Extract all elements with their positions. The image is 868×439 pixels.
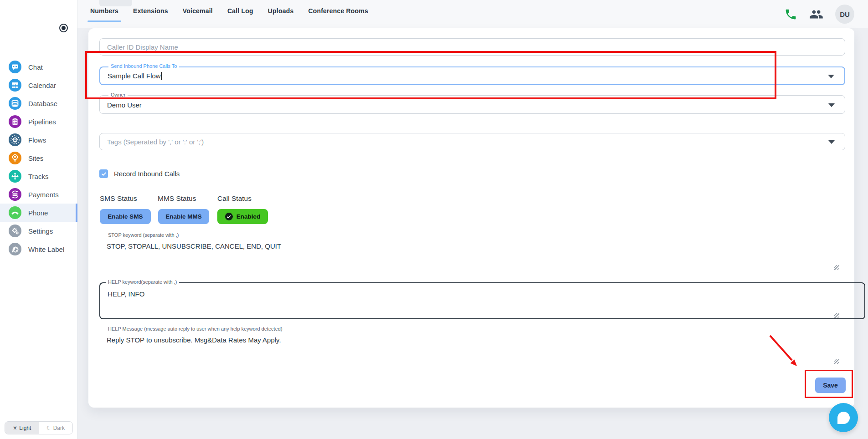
call-status-enabled-button[interactable]: Enabled bbox=[217, 209, 268, 224]
settings-icon bbox=[9, 225, 21, 237]
payments-icon bbox=[9, 188, 21, 201]
tab-uploads[interactable]: Uploads bbox=[268, 7, 294, 25]
white-label-icon bbox=[9, 243, 21, 255]
sidebar-item-phone[interactable]: Phone bbox=[0, 204, 77, 222]
send-inbound-value: Sample Call Flow bbox=[108, 72, 161, 80]
people-icon[interactable] bbox=[809, 7, 823, 21]
sidebar-item-tracks[interactable]: Tracks bbox=[0, 167, 77, 185]
sms-status-label: SMS Status bbox=[100, 194, 137, 203]
sidebar-item-database[interactable]: Database bbox=[0, 94, 77, 112]
help-keyword-textarea[interactable]: HELP, INFO bbox=[99, 282, 865, 319]
call-icon[interactable] bbox=[784, 8, 797, 21]
phone-icon bbox=[9, 206, 21, 219]
tab-call-log[interactable]: Call Log bbox=[227, 7, 253, 25]
caller-id-input[interactable] bbox=[100, 39, 845, 55]
theme-dark-button[interactable]: ☾ Dark bbox=[39, 422, 72, 434]
sidebar-item-label: Database bbox=[28, 100, 57, 107]
text-cursor bbox=[161, 72, 162, 80]
owner-select[interactable]: Demo User bbox=[99, 95, 845, 114]
resize-handle[interactable] bbox=[834, 313, 839, 318]
sidebar-collapse-icon[interactable] bbox=[59, 24, 68, 32]
pipelines-icon bbox=[9, 115, 21, 128]
sidebar-item-payments[interactable]: Payments bbox=[0, 185, 77, 204]
chevron-down-icon[interactable] bbox=[828, 140, 835, 144]
record-inbound-checkbox[interactable] bbox=[99, 169, 108, 178]
resize-handle[interactable] bbox=[834, 265, 839, 270]
chevron-down-icon[interactable] bbox=[828, 75, 834, 78]
sun-icon: ☀ bbox=[13, 425, 18, 431]
tab-conference-rooms[interactable]: Conference Rooms bbox=[308, 7, 368, 25]
enabled-label: Enabled bbox=[236, 213, 261, 220]
sidebar-item-label: Tracks bbox=[28, 173, 48, 180]
sidebar-item-label: White Label bbox=[28, 245, 64, 253]
theme-light-label: Light bbox=[19, 425, 31, 431]
enable-mms-button[interactable]: Enable MMS bbox=[158, 209, 209, 224]
sidebar-item-label: Pipelines bbox=[28, 118, 56, 126]
user-avatar[interactable]: DU bbox=[835, 5, 854, 24]
caller-id-field bbox=[99, 38, 845, 56]
tab-bar: Numbers Extensions Voicemail Call Log Up… bbox=[90, 7, 368, 25]
send-inbound-label: Send Inbound Phone Calls To bbox=[108, 63, 179, 69]
sidebar-nav: Chat Calendar Database Pipelines Flows S bbox=[0, 58, 77, 258]
save-button[interactable]: Save bbox=[815, 378, 846, 393]
tab-numbers[interactable]: Numbers bbox=[90, 7, 118, 25]
help-message-textarea[interactable]: Reply STOP to unsubscribe. Msg&Data Rate… bbox=[99, 329, 865, 364]
help-keyword-label: HELP keyword(separate with ,) bbox=[106, 279, 179, 285]
flows-icon bbox=[9, 133, 21, 146]
sidebar-item-label: Sites bbox=[28, 154, 43, 162]
theme-light-button[interactable]: ☀ Light bbox=[5, 422, 39, 434]
theme-dark-label: Dark bbox=[53, 425, 65, 431]
chat-bubble-icon bbox=[837, 412, 850, 424]
sidebar-item-label: Phone bbox=[28, 209, 48, 217]
call-status-label: Call Status bbox=[217, 194, 252, 203]
send-inbound-select[interactable]: Sample Call Flow bbox=[99, 66, 845, 85]
sidebar: Chat Calendar Database Pipelines Flows S bbox=[0, 0, 77, 439]
top-bar: Numbers Extensions Voicemail Call Log Up… bbox=[0, 0, 868, 28]
phone-number-settings-panel: Send Inbound Phone Calls To Sample Call … bbox=[88, 28, 854, 408]
owner-value: Demo User bbox=[107, 101, 142, 108]
mms-status-label: MMS Status bbox=[158, 194, 196, 203]
page: Numbers Extensions Voicemail Call Log Up… bbox=[0, 0, 868, 439]
sidebar-item-label: Payments bbox=[28, 191, 59, 199]
calendar-icon bbox=[9, 79, 21, 92]
tags-field bbox=[99, 133, 845, 150]
check-icon bbox=[101, 171, 107, 177]
sidebar-item-label: Chat bbox=[28, 63, 43, 71]
resize-handle[interactable] bbox=[834, 359, 839, 364]
check-circle-icon bbox=[225, 213, 233, 220]
chevron-down-icon[interactable] bbox=[828, 103, 835, 107]
sidebar-item-flows[interactable]: Flows bbox=[0, 131, 77, 149]
database-icon bbox=[9, 97, 21, 110]
sidebar-item-pipelines[interactable]: Pipelines bbox=[0, 112, 77, 131]
chat-icon bbox=[9, 61, 21, 73]
sidebar-item-label: Calendar bbox=[28, 82, 56, 89]
sidebar-item-chat[interactable]: Chat bbox=[0, 58, 77, 76]
sidebar-item-settings[interactable]: Settings bbox=[0, 222, 77, 240]
sidebar-item-calendar[interactable]: Calendar bbox=[0, 76, 77, 94]
ghost-highlight bbox=[99, 0, 132, 6]
enable-sms-button[interactable]: Enable SMS bbox=[100, 209, 151, 224]
sites-icon bbox=[9, 152, 21, 164]
sidebar-item-label: Flows bbox=[28, 136, 46, 144]
sidebar-item-white-label[interactable]: White Label bbox=[0, 240, 77, 258]
theme-toggle: ☀ Light ☾ Dark bbox=[5, 421, 73, 434]
sidebar-item-label: Settings bbox=[28, 227, 53, 235]
tab-extensions[interactable]: Extensions bbox=[133, 7, 168, 25]
owner-label: Owner bbox=[108, 92, 128, 97]
stop-keyword-textarea[interactable]: STOP, STOPALL, UNSUBSCRIBE, CANCEL, END,… bbox=[99, 235, 865, 271]
record-inbound-row: Record Inbound Calls bbox=[99, 169, 180, 178]
record-inbound-label: Record Inbound Calls bbox=[114, 170, 180, 178]
stop-keyword-label: STOP keyword (separate with ,) bbox=[106, 232, 181, 238]
tags-input[interactable] bbox=[100, 133, 822, 150]
help-message-label: HELP Message (message auto reply to user… bbox=[106, 326, 285, 332]
moon-icon: ☾ bbox=[46, 425, 51, 431]
tab-voicemail[interactable]: Voicemail bbox=[183, 7, 213, 25]
chat-widget-button[interactable] bbox=[829, 403, 858, 432]
tracks-icon bbox=[9, 170, 21, 183]
sidebar-item-sites[interactable]: Sites bbox=[0, 149, 77, 167]
